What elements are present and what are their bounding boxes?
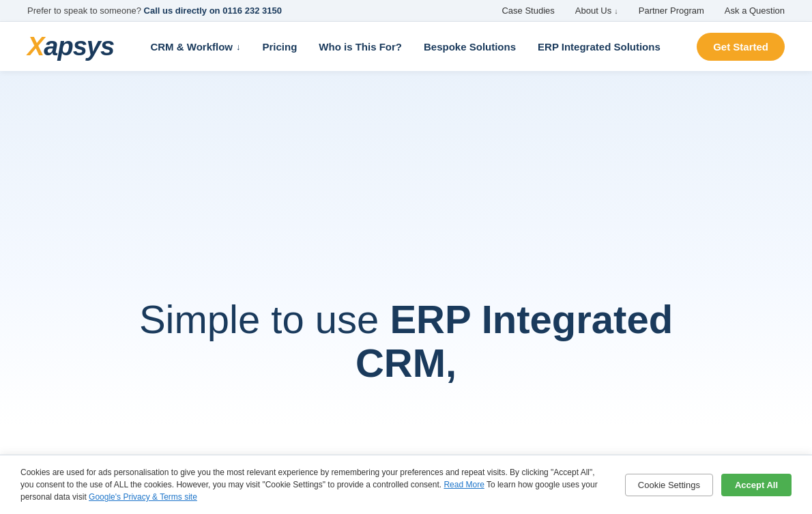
nav-pricing[interactable]: Pricing xyxy=(263,41,298,53)
logo-text: Xapsys xyxy=(27,32,114,61)
nav-about-us[interactable]: About Us ↓ xyxy=(575,5,618,16)
nav-erp-integrated-solutions[interactable]: ERP Integrated Solutions xyxy=(538,41,661,53)
nav-who-is-this-for[interactable]: Who is This For? xyxy=(319,41,402,53)
top-bar: Prefer to speak to someone? Call us dire… xyxy=(0,0,812,22)
hero-section: Simple to use ERP Integrated CRM, xyxy=(0,71,812,426)
nav-bespoke-solutions[interactable]: Bespoke Solutions xyxy=(424,41,516,53)
top-bar-nav: Case Studies About Us ↓ Partner Program … xyxy=(502,5,785,16)
hero-headline: Simple to use ERP Integrated CRM, xyxy=(106,298,706,385)
hero-headline-part2: ERP Integrated CRM, xyxy=(356,297,673,385)
nav-crm-workflow[interactable]: CRM & Workflow ↓ xyxy=(150,41,240,53)
top-bar-phone: Call us directly on 0116 232 3150 xyxy=(144,5,282,16)
logo[interactable]: Xapsys xyxy=(27,32,114,61)
nav-case-studies[interactable]: Case Studies xyxy=(502,5,554,16)
main-nav-links: CRM & Workflow ↓ Pricing Who is This For… xyxy=(150,41,660,53)
logo-x-letter: X xyxy=(27,32,44,61)
main-nav: Xapsys CRM & Workflow ↓ Pricing Who is T… xyxy=(0,22,812,71)
get-started-button[interactable]: Get Started xyxy=(697,33,785,61)
crm-dropdown-arrow-icon: ↓ xyxy=(236,42,241,52)
hero-content: Simple to use ERP Integrated CRM, xyxy=(65,298,747,385)
nav-partner-program[interactable]: Partner Program xyxy=(639,5,704,16)
top-bar-contact: Prefer to speak to someone? Call us dire… xyxy=(27,5,282,16)
about-us-arrow-icon: ↓ xyxy=(614,7,618,15)
hero-headline-part1: Simple to use xyxy=(139,297,379,341)
nav-ask-question[interactable]: Ask a Question xyxy=(725,5,785,16)
top-bar-text: Prefer to speak to someone? xyxy=(27,5,141,16)
